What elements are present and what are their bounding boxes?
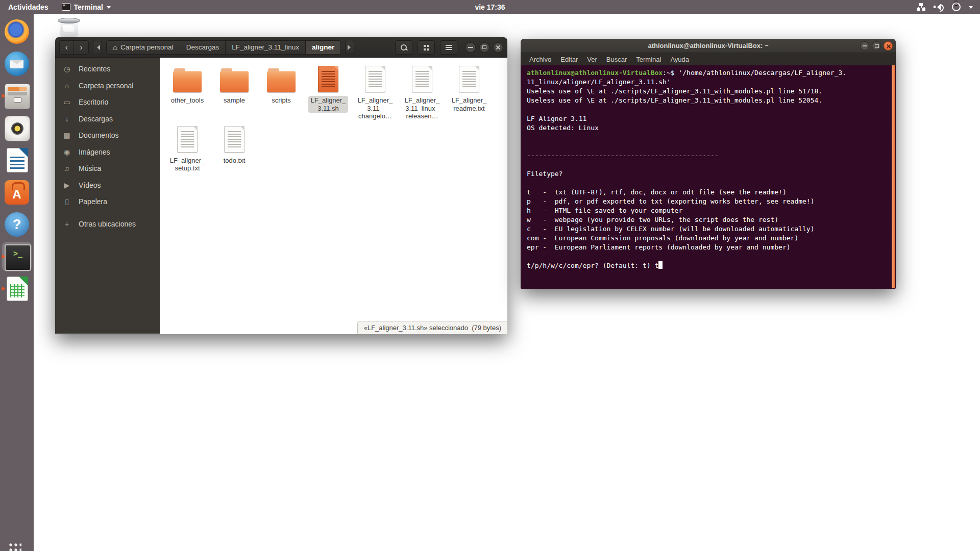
terminal-line — [527, 142, 889, 151]
file-item-todo.txt[interactable]: todo.txt — [211, 121, 258, 165]
terminal-line: OS detected: Linux — [527, 123, 889, 133]
chevron-down-icon — [107, 6, 111, 11]
sidebar-item-recientes[interactable]: ◷ Recientes — [55, 61, 160, 78]
terminal-line: ----------------------------------------… — [527, 151, 889, 160]
window-controls — [860, 41, 896, 51]
minimize-button[interactable] — [465, 42, 476, 53]
hamburger-icon — [446, 45, 452, 46]
terminal-line: h - HTML file saved to your computer — [527, 206, 889, 215]
power-icon — [952, 3, 961, 11]
folder-icon — [173, 71, 202, 92]
terminal-line: c - EU legislation by CELEX number (will… — [527, 224, 889, 234]
dock-item-rhythmbox[interactable] — [0, 115, 34, 145]
sidebar-item-descargas[interactable]: ↓ Descargas — [55, 111, 160, 128]
file-label: sample — [221, 96, 248, 105]
terminal-output: athlonlinux@athlonlinux-VirtualBox:~$ '/… — [527, 68, 889, 270]
folder-icon — [220, 71, 249, 92]
terminal-line: LF Aligner 3.11 — [527, 114, 889, 123]
file-label: todo.txt — [221, 156, 248, 165]
maximize-button[interactable] — [872, 41, 881, 51]
forward-button[interactable]: › — [74, 41, 88, 54]
dock-item-calc[interactable] — [0, 276, 34, 306]
dock-item-thunderbird[interactable] — [0, 51, 34, 81]
dock-item-files[interactable] — [0, 83, 34, 113]
chevron-left-icon — [94, 45, 100, 50]
terminal-titlebar[interactable]: athlonlinux@athlonlinux-VirtualBox: ~ — [521, 39, 896, 53]
place-icon: ◷ — [55, 65, 79, 73]
sidebar-item-escritorio[interactable]: ▭ Escritorio — [55, 94, 160, 111]
desktop-trash-icon[interactable] — [57, 17, 81, 38]
system-status-area[interactable] — [917, 0, 980, 14]
file-item-other-tools[interactable]: other_tools — [164, 61, 211, 105]
terminal-menu-editar[interactable]: Editar — [556, 56, 582, 63]
activities-button[interactable]: Actividades — [0, 0, 57, 14]
app-menu-terminal[interactable]: Terminal — [57, 0, 116, 14]
breadcrumb-descargas[interactable]: Descargas — [180, 41, 226, 54]
place-icon: ↓ — [55, 115, 79, 123]
search-button[interactable] — [395, 40, 412, 55]
maximize-button[interactable] — [479, 42, 489, 53]
terminal-line: p - pdf, or pdf exported to txt (exporti… — [527, 197, 889, 206]
running-indicator-dot — [2, 287, 5, 290]
thunderbird-icon — [5, 52, 29, 76]
place-icon: ▭ — [55, 98, 79, 106]
text-file-icon — [224, 126, 244, 153]
close-button[interactable] — [884, 41, 893, 51]
terminal-line: 11_linux/aligner/LF_aligner_3.11.sh' — [527, 78, 889, 87]
sidebar-item-m-sica[interactable]: ♫ Música — [55, 160, 160, 177]
window-menu-button[interactable] — [440, 40, 457, 55]
clock[interactable]: vie 17:36 — [475, 0, 505, 14]
terminal-menu-terminal[interactable]: Terminal — [631, 56, 666, 63]
text-file-icon — [412, 66, 432, 92]
files-content-area[interactable]: other_tools sample scripts LF_aligner_3.… — [160, 58, 507, 334]
dock-item-software[interactable]: A — [0, 180, 34, 209]
show-applications-button[interactable] — [7, 541, 21, 551]
file-item-lf-aligner-readme.txt[interactable]: LF_aligner_readme.txt — [446, 61, 493, 113]
sidebar-item-documentos[interactable]: ▤ Documentos — [55, 127, 160, 144]
file-label: LF_aligner_3.11.sh — [308, 96, 349, 113]
close-button[interactable] — [493, 42, 503, 53]
file-label: LF_aligner_3.11_linux_releasen… — [402, 96, 443, 121]
terminal-menu-buscar[interactable]: Buscar — [602, 56, 631, 63]
search-icon — [400, 44, 407, 51]
terminal-menu-archivo[interactable]: Archivo — [525, 56, 556, 63]
dock-item-help[interactable]: ? — [0, 212, 34, 241]
file-item-lf-aligner-setup.txt[interactable]: LF_aligner_setup.txt — [164, 121, 211, 173]
writer-icon — [7, 148, 28, 172]
sidebar-item-im-genes[interactable]: ◉ Imágenes — [55, 144, 160, 161]
file-item-scripts[interactable]: scripts — [258, 61, 305, 105]
breadcrumb-carpeta-personal[interactable]: ⌂ Carpeta personal — [107, 41, 180, 54]
firefox-icon — [5, 19, 29, 44]
sidebar-item-otras-ubicaciones[interactable]: + Otras ubicaciones — [55, 216, 160, 233]
terminal-menu-ayuda[interactable]: Ayuda — [666, 56, 694, 63]
status-bar: «LF_aligner_3.11.sh» seleccionado (79 by… — [357, 321, 507, 334]
sidebar-item-v-deos[interactable]: ▶ Vídeos — [55, 177, 160, 194]
breadcrumb-aligner[interactable]: aligner — [306, 41, 340, 54]
back-button[interactable]: ‹ — [60, 41, 74, 54]
dock-item-firefox[interactable] — [0, 19, 34, 48]
sidebar-item-carpeta-personal[interactable]: ⌂ Carpeta personal — [55, 78, 160, 94]
dock-item-terminal[interactable]: >_ — [0, 244, 34, 273]
rhythmbox-icon — [5, 116, 30, 141]
terminal-menu-ver[interactable]: Ver — [582, 56, 602, 63]
minimize-button[interactable] — [860, 41, 869, 51]
place-icon: ◉ — [55, 148, 79, 156]
window-controls — [465, 42, 503, 53]
view-toggle-button[interactable] — [418, 40, 435, 55]
dock-item-writer[interactable] — [0, 147, 34, 177]
terminal-cursor — [658, 261, 663, 269]
terminal-icon: >_ — [5, 244, 31, 271]
file-item-lf-aligner-3.11-linux-releasen-[interactable]: LF_aligner_3.11_linux_releasen… — [399, 61, 446, 121]
sidebar-item-papelera[interactable]: ▯ Papelera — [55, 193, 160, 210]
terminal-line: athlonlinux@athlonlinux-VirtualBox:~$ '/… — [527, 68, 889, 78]
file-item-lf-aligner-3.11.sh[interactable]: LF_aligner_3.11.sh — [305, 61, 352, 113]
breadcrumb-lf-aligner-3-11-linux[interactable]: LF_aligner_3.11_linux — [226, 41, 306, 54]
file-item-sample[interactable]: sample — [211, 61, 258, 105]
files-headerbar: ‹ › ⌂ Carpeta personal Descargas LF_alig… — [55, 37, 507, 58]
home-icon: ⌂ — [113, 43, 117, 52]
breadcrumb-scroll-right-button[interactable] — [345, 41, 354, 54]
file-item-lf-aligner-3.11-changelo-[interactable]: LF_aligner_3.11_changelo… — [352, 61, 399, 121]
terminal-scrollbar[interactable] — [892, 65, 895, 288]
terminal-content[interactable]: athlonlinux@athlonlinux-VirtualBox:~$ '/… — [521, 65, 896, 289]
breadcrumb-scroll-left-button[interactable] — [93, 41, 102, 54]
